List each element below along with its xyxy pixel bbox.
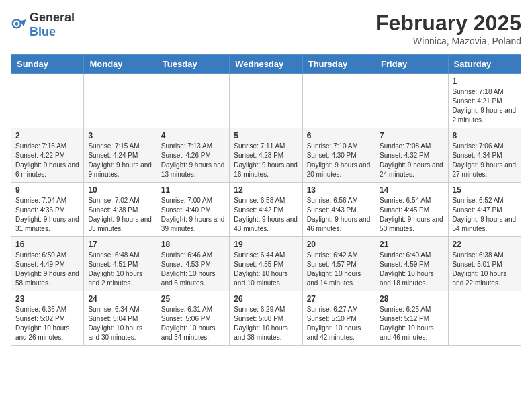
day-number: 23 (15, 294, 79, 304)
day-info: Sunrise: 6:29 AM Sunset: 5:08 PM Dayligh… (234, 305, 298, 342)
day-number: 25 (161, 294, 225, 304)
month-title: February 2025 (375, 11, 521, 36)
day-number: 15 (453, 185, 517, 195)
calendar-cell: 16Sunrise: 6:50 AM Sunset: 4:49 PM Dayli… (11, 237, 84, 291)
day-info: Sunrise: 7:08 AM Sunset: 4:32 PM Dayligh… (380, 142, 443, 179)
logo-blue: Blue (30, 25, 56, 38)
calendar-cell (375, 74, 448, 128)
day-number: 27 (307, 294, 371, 304)
calendar-cell: 3Sunrise: 7:15 AM Sunset: 4:24 PM Daylig… (84, 128, 157, 183)
header: General Blue February 2025 Winnica, Mazo… (11, 11, 521, 46)
weekday-header-thursday: Thursday (302, 55, 375, 74)
day-number: 26 (234, 294, 298, 304)
title-area: February 2025 Winnica, Mazovia, Poland (375, 11, 521, 46)
day-info: Sunrise: 7:13 AM Sunset: 4:26 PM Dayligh… (161, 142, 225, 179)
calendar-cell: 22Sunrise: 6:38 AM Sunset: 5:01 PM Dayli… (448, 237, 521, 291)
calendar-cell: 15Sunrise: 6:52 AM Sunset: 4:47 PM Dayli… (448, 183, 521, 237)
day-info: Sunrise: 7:16 AM Sunset: 4:22 PM Dayligh… (15, 142, 79, 179)
day-number: 20 (307, 240, 371, 249)
logo-text: General Blue (30, 11, 75, 39)
calendar-cell: 11Sunrise: 7:00 AM Sunset: 4:40 PM Dayli… (157, 183, 229, 237)
day-info: Sunrise: 6:46 AM Sunset: 4:53 PM Dayligh… (161, 250, 225, 288)
calendar-cell (11, 74, 84, 128)
day-number: 22 (453, 240, 517, 249)
logo: General Blue (11, 11, 75, 39)
calendar-cell: 14Sunrise: 6:54 AM Sunset: 4:45 PM Dayli… (375, 183, 448, 237)
day-number: 12 (234, 185, 298, 195)
day-info: Sunrise: 6:54 AM Sunset: 4:45 PM Dayligh… (380, 196, 443, 234)
calendar-header-row: SundayMondayTuesdayWednesdayThursdayFrid… (11, 55, 521, 74)
day-info: Sunrise: 6:31 AM Sunset: 5:06 PM Dayligh… (161, 305, 225, 342)
svg-point-2 (15, 22, 18, 26)
day-info: Sunrise: 6:56 AM Sunset: 4:43 PM Dayligh… (307, 196, 371, 234)
day-number: 11 (161, 185, 225, 195)
day-number: 18 (161, 240, 225, 249)
calendar-week-row: 23Sunrise: 6:36 AM Sunset: 5:02 PM Dayli… (11, 291, 521, 346)
calendar-cell (84, 74, 157, 128)
day-info: Sunrise: 6:38 AM Sunset: 5:01 PM Dayligh… (453, 250, 517, 288)
weekday-header-wednesday: Wednesday (230, 55, 302, 74)
day-number: 17 (88, 240, 152, 249)
day-info: Sunrise: 7:00 AM Sunset: 4:40 PM Dayligh… (161, 196, 225, 234)
calendar-cell: 1Sunrise: 7:18 AM Sunset: 4:21 PM Daylig… (448, 74, 521, 128)
day-number: 7 (380, 131, 443, 140)
day-info: Sunrise: 6:40 AM Sunset: 4:59 PM Dayligh… (380, 250, 443, 288)
calendar-cell (448, 291, 521, 346)
day-number: 28 (380, 294, 443, 304)
day-info: Sunrise: 6:34 AM Sunset: 5:04 PM Dayligh… (88, 305, 152, 342)
calendar-cell (230, 74, 302, 128)
calendar-cell: 6Sunrise: 7:10 AM Sunset: 4:30 PM Daylig… (302, 128, 375, 183)
calendar-cell: 27Sunrise: 6:27 AM Sunset: 5:10 PM Dayli… (302, 291, 375, 346)
day-number: 5 (234, 131, 298, 140)
day-number: 16 (15, 240, 79, 249)
logo-general: General (30, 11, 75, 24)
day-info: Sunrise: 7:06 AM Sunset: 4:34 PM Dayligh… (453, 142, 517, 179)
day-number: 8 (453, 131, 517, 140)
day-number: 3 (88, 131, 152, 140)
day-number: 21 (380, 240, 443, 249)
day-number: 4 (161, 131, 225, 140)
weekday-header-saturday: Saturday (448, 55, 521, 74)
calendar-cell: 13Sunrise: 6:56 AM Sunset: 4:43 PM Dayli… (302, 183, 375, 237)
calendar-cell: 9Sunrise: 7:04 AM Sunset: 4:36 PM Daylig… (11, 183, 84, 237)
calendar-week-row: 9Sunrise: 7:04 AM Sunset: 4:36 PM Daylig… (11, 183, 521, 237)
day-info: Sunrise: 6:58 AM Sunset: 4:42 PM Dayligh… (234, 196, 298, 234)
weekday-header-tuesday: Tuesday (157, 55, 229, 74)
calendar-cell: 21Sunrise: 6:40 AM Sunset: 4:59 PM Dayli… (375, 237, 448, 291)
calendar-cell: 10Sunrise: 7:02 AM Sunset: 4:38 PM Dayli… (84, 183, 157, 237)
day-info: Sunrise: 6:48 AM Sunset: 4:51 PM Dayligh… (88, 250, 152, 288)
day-number: 9 (15, 185, 79, 195)
day-number: 19 (234, 240, 298, 249)
calendar-cell: 18Sunrise: 6:46 AM Sunset: 4:53 PM Dayli… (157, 237, 229, 291)
weekday-header-sunday: Sunday (11, 55, 84, 74)
day-info: Sunrise: 7:15 AM Sunset: 4:24 PM Dayligh… (88, 142, 152, 179)
calendar-cell: 2Sunrise: 7:16 AM Sunset: 4:22 PM Daylig… (11, 128, 84, 183)
calendar-week-row: 1Sunrise: 7:18 AM Sunset: 4:21 PM Daylig… (11, 74, 521, 128)
calendar-cell: 20Sunrise: 6:42 AM Sunset: 4:57 PM Dayli… (302, 237, 375, 291)
calendar-cell: 17Sunrise: 6:48 AM Sunset: 4:51 PM Dayli… (84, 237, 157, 291)
day-info: Sunrise: 7:18 AM Sunset: 4:21 PM Dayligh… (453, 87, 517, 125)
calendar-cell: 19Sunrise: 6:44 AM Sunset: 4:55 PM Dayli… (230, 237, 302, 291)
calendar-cell: 12Sunrise: 6:58 AM Sunset: 4:42 PM Dayli… (230, 183, 302, 237)
day-info: Sunrise: 7:02 AM Sunset: 4:38 PM Dayligh… (88, 196, 152, 234)
day-info: Sunrise: 7:10 AM Sunset: 4:30 PM Dayligh… (307, 142, 371, 179)
day-number: 1 (453, 77, 517, 86)
calendar-week-row: 16Sunrise: 6:50 AM Sunset: 4:49 PM Dayli… (11, 237, 521, 291)
day-info: Sunrise: 6:42 AM Sunset: 4:57 PM Dayligh… (307, 250, 371, 288)
weekday-header-friday: Friday (375, 55, 448, 74)
calendar-cell: 5Sunrise: 7:11 AM Sunset: 4:28 PM Daylig… (230, 128, 302, 183)
calendar-cell: 24Sunrise: 6:34 AM Sunset: 5:04 PM Dayli… (84, 291, 157, 346)
calendar-cell: 7Sunrise: 7:08 AM Sunset: 4:32 PM Daylig… (375, 128, 448, 183)
weekday-header-monday: Monday (84, 55, 157, 74)
calendar-table: SundayMondayTuesdayWednesdayThursdayFrid… (11, 54, 521, 346)
day-number: 24 (88, 294, 152, 304)
day-info: Sunrise: 7:11 AM Sunset: 4:28 PM Dayligh… (234, 142, 298, 179)
day-number: 6 (307, 131, 371, 140)
location-subtitle: Winnica, Mazovia, Poland (375, 36, 521, 46)
calendar-cell: 8Sunrise: 7:06 AM Sunset: 4:34 PM Daylig… (448, 128, 521, 183)
calendar-cell (302, 74, 375, 128)
calendar-cell: 23Sunrise: 6:36 AM Sunset: 5:02 PM Dayli… (11, 291, 84, 346)
day-info: Sunrise: 6:44 AM Sunset: 4:55 PM Dayligh… (234, 250, 298, 288)
day-number: 10 (88, 185, 152, 195)
calendar-cell: 4Sunrise: 7:13 AM Sunset: 4:26 PM Daylig… (157, 128, 229, 183)
